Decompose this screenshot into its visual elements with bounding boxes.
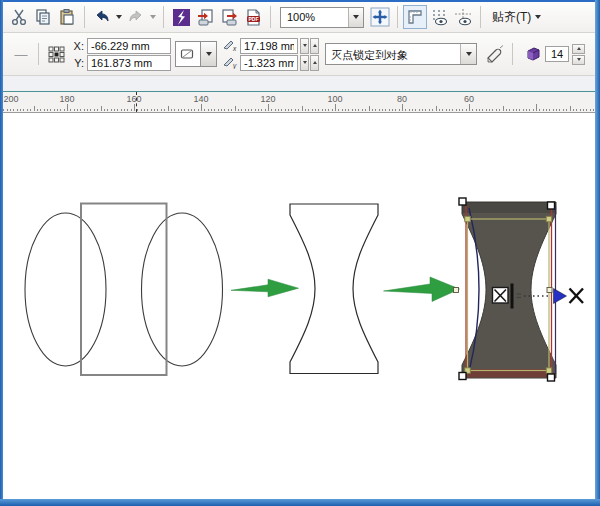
- show-rulers-toggle-icon[interactable]: [403, 5, 427, 29]
- cut-icon[interactable]: [7, 5, 31, 29]
- undo-icon[interactable]: [90, 5, 114, 29]
- export-icon[interactable]: [217, 5, 241, 29]
- depth-cube-icon: [524, 45, 542, 63]
- copy-icon[interactable]: [31, 5, 55, 29]
- ruler-tick: [27, 109, 28, 111]
- publish-pdf-icon[interactable]: PDF: [241, 5, 265, 29]
- ruler-tick: [101, 106, 102, 111]
- x-position-input[interactable]: [87, 38, 171, 54]
- redo-icon[interactable]: [124, 5, 148, 29]
- green-arrow-2[interactable]: [384, 277, 460, 302]
- ruler-tick: [503, 106, 504, 111]
- vp-direction-arrow[interactable]: [554, 289, 567, 304]
- drawing-canvas[interactable]: [3, 113, 595, 499]
- ruler-tick: [556, 109, 557, 111]
- ruler-tick: [161, 109, 162, 111]
- ruler-tick: [335, 104, 336, 111]
- left-ellipse-shape[interactable]: [25, 213, 106, 366]
- ruler-tick: [191, 109, 192, 111]
- depth-spinner[interactable]: [572, 44, 585, 65]
- ruler-tick: [131, 109, 132, 111]
- y-position-input[interactable]: [87, 55, 171, 71]
- ruler-tick: [352, 109, 353, 111]
- ruler-tick: [302, 106, 303, 111]
- ruler-tick: [285, 109, 286, 111]
- ruler-tick: [456, 109, 457, 111]
- ruler-tick: [499, 109, 500, 111]
- ruler-tick: [74, 109, 75, 111]
- ruler-cursor-marker: [136, 92, 137, 112]
- ruler-tick: [536, 104, 537, 111]
- extrusion-type-dropdown-button[interactable]: [201, 41, 217, 67]
- ruler-tick: [137, 109, 138, 111]
- ruler-tick: [70, 109, 71, 111]
- ruler-tick: [154, 109, 155, 111]
- green-arrow-1[interactable]: [231, 279, 299, 297]
- mid-right-handle[interactable]: [547, 288, 552, 293]
- redo-dropdown-caret[interactable]: [148, 6, 158, 28]
- ruler-tick: [271, 109, 272, 111]
- ruler-tick: [476, 109, 477, 111]
- window-border-left: [0, 0, 3, 506]
- ruler-tick: [214, 109, 215, 111]
- ruler-tick: [157, 109, 158, 111]
- ruler-tick: [17, 109, 18, 111]
- undo-dropdown-caret[interactable]: [114, 6, 124, 28]
- ruler-tick: [432, 109, 433, 111]
- ruler-tick: [409, 109, 410, 111]
- ruler-tick: [37, 109, 38, 111]
- ruler-tick: [184, 109, 185, 111]
- ruler-tick: [425, 109, 426, 111]
- vp-lock-mode-dropdown-button[interactable]: [460, 44, 476, 64]
- ruler-tick: [265, 109, 266, 111]
- ruler-tick: [318, 109, 319, 111]
- toolbar-separator: [397, 6, 398, 28]
- right-ellipse-shape[interactable]: [142, 213, 223, 366]
- import-icon[interactable]: [193, 5, 217, 29]
- ruler-tick: [34, 106, 35, 111]
- vp-lock-mode-combobox[interactable]: 灭点锁定到对象: [325, 43, 477, 65]
- ruler-tick: [305, 109, 306, 111]
- trimmed-spool-shape[interactable]: [290, 204, 378, 374]
- extrusion-type-button[interactable]: [175, 41, 201, 67]
- ruler-tick: [30, 109, 31, 111]
- copy-vp-properties-icon[interactable]: [483, 42, 507, 66]
- ruler-tick: [84, 109, 85, 111]
- ruler-tick: [533, 109, 534, 111]
- object-origin-grid-icon[interactable]: [44, 42, 68, 66]
- show-guidelines-toggle-icon[interactable]: [451, 5, 475, 29]
- ruler-tick: [281, 109, 282, 111]
- horizontal-ruler[interactable]: 2001801601401201008060: [3, 92, 595, 113]
- fit-page-icon[interactable]: [368, 5, 392, 29]
- ruler-tick: [117, 109, 118, 111]
- ruler-tick: [489, 109, 490, 111]
- ruler-tick: [168, 106, 169, 111]
- depth-value-input[interactable]: [545, 46, 569, 62]
- ruler-tick: [332, 109, 333, 111]
- extruded-spool-shape[interactable]: [462, 202, 556, 378]
- ruler-tick: [127, 109, 128, 111]
- show-grid-toggle-icon[interactable]: [427, 5, 451, 29]
- vanishing-point-x-marker[interactable]: [570, 289, 584, 304]
- zoom-level-value: 100%: [281, 8, 348, 27]
- vp-x-coordinate-input[interactable]: [240, 38, 298, 54]
- ruler-tick: [151, 109, 152, 111]
- zoom-dropdown-button[interactable]: [348, 8, 363, 27]
- ruler-tick: [94, 109, 95, 111]
- ruler-tick: [268, 104, 269, 111]
- ruler-tick: [291, 109, 292, 111]
- vp-x-spinner[interactable]: [300, 38, 319, 54]
- ruler-tick: [492, 109, 493, 111]
- ruler-tick: [583, 109, 584, 111]
- svg-text:y: y: [232, 62, 237, 69]
- depth-slider-bar[interactable]: [511, 284, 514, 309]
- paste-icon[interactable]: [55, 5, 79, 29]
- zoom-level-combobox[interactable]: 100%: [280, 7, 364, 28]
- app-launcher-icon[interactable]: [169, 5, 193, 29]
- mid-left-handle[interactable]: [454, 288, 459, 293]
- snap-to-dropdown[interactable]: 贴齐(T): [486, 7, 547, 28]
- rectangle-shape[interactable]: [81, 204, 167, 376]
- ruler-tick: [275, 109, 276, 111]
- vp-y-spinner[interactable]: [300, 55, 319, 71]
- vp-y-coordinate-input[interactable]: [240, 55, 298, 71]
